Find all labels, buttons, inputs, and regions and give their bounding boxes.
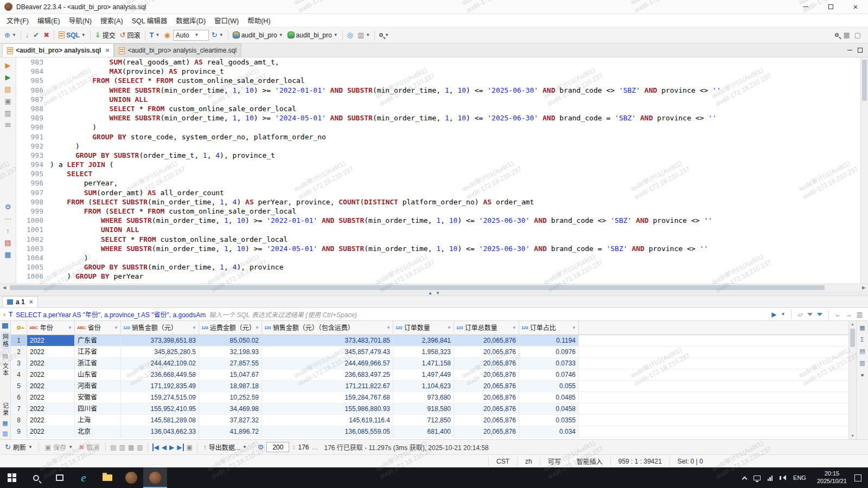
overflow-icon[interactable]: … xyxy=(311,444,318,451)
explain-icon[interactable]: ▥ xyxy=(4,110,11,117)
grid-cell[interactable]: 37,827.32 xyxy=(199,415,262,426)
grid-cell[interactable]: 1,497,449 xyxy=(393,369,454,381)
scroll-right-icon[interactable]: ▶ xyxy=(859,285,868,290)
grid-cell[interactable]: 973,680 xyxy=(393,392,454,403)
grid-cell[interactable]: 20,065,876 xyxy=(454,335,519,346)
refresh-button[interactable]: ↻刷新▼ xyxy=(3,441,34,453)
fetch-all-icon[interactable]: ↕ xyxy=(292,444,295,451)
grid-cell[interactable]: 85,050.02 xyxy=(199,335,262,346)
language-indicator[interactable]: ENG xyxy=(793,474,806,481)
volume-tray-icon[interactable] xyxy=(780,475,786,480)
grid-cell[interactable]: 2022 xyxy=(27,346,75,358)
grid-cell[interactable]: 712,850 xyxy=(393,415,454,426)
panel-refs-icon[interactable]: ▥ xyxy=(859,359,865,367)
row-number[interactable]: 1 xyxy=(11,335,27,346)
grid-cell[interactable]: 2,396,841 xyxy=(393,335,454,346)
grid-cell[interactable]: 136,043,662.33 xyxy=(121,426,199,438)
schema-selector[interactable]: audit_bi_pro▼ xyxy=(286,29,340,42)
edit-row-icon[interactable]: ▧ xyxy=(137,444,143,451)
next-page-icon[interactable]: ▶ xyxy=(169,444,174,451)
grid-cell[interactable]: 1,958,323 xyxy=(393,346,454,358)
grid-cell[interactable]: 18,987.18 xyxy=(199,381,262,392)
grid-cell[interactable]: 0.0746 xyxy=(519,369,579,381)
perspective-icon[interactable]: ▦ xyxy=(843,31,850,38)
results-tab-close-icon[interactable]: × xyxy=(29,298,33,306)
focus-row-icon[interactable]: ▣ xyxy=(187,444,193,451)
grid-cell[interactable]: 20,065,876 xyxy=(454,403,519,415)
grid-cell[interactable]: 0.0485 xyxy=(519,392,579,403)
grid-cell[interactable]: 373,398,651.83 xyxy=(121,335,199,346)
column-header[interactable]: 123订单数量▼ xyxy=(393,321,454,335)
column-header[interactable]: ABC年份▼ xyxy=(27,321,75,335)
row-number[interactable]: 6 xyxy=(11,392,27,403)
grid-cell[interactable]: 2022 xyxy=(27,381,75,392)
scroll-left-icon[interactable]: ◀ xyxy=(0,285,9,290)
filter-bar[interactable]: ‹ T SELECT a.perYear AS "年份", a.province… xyxy=(0,308,868,321)
row-number[interactable]: 2 xyxy=(11,346,27,358)
tray-expand-icon[interactable] xyxy=(742,476,747,481)
panel-preview-icon[interactable]: ● xyxy=(860,371,864,378)
rollback-button[interactable]: ↺回滚 xyxy=(118,29,142,42)
column-filter-icon[interactable]: ▼ xyxy=(192,321,196,335)
grid-cell[interactable]: 0.0355 xyxy=(519,415,579,426)
menu-item[interactable]: 帮助(H) xyxy=(243,14,275,27)
sql-editor-button[interactable]: SQL▼ xyxy=(57,29,87,42)
grid-cell[interactable]: 0.034 xyxy=(519,426,579,438)
column-header[interactable]: 123运费金额（元）▼ xyxy=(199,321,262,335)
grid-cell[interactable]: 918,580 xyxy=(393,403,454,415)
minimize-view-icon[interactable] xyxy=(847,50,852,50)
grid-cell[interactable]: 171,192,835.49 xyxy=(121,381,199,392)
grid-cell[interactable]: 2022 xyxy=(27,358,75,369)
delete-row-icon[interactable]: ▦ xyxy=(128,444,134,451)
grid-cell[interactable]: 20,065,876 xyxy=(454,415,519,426)
grid-vertical-scrollbar[interactable]: ▲ ▼ xyxy=(848,321,856,439)
doc-grid-icon[interactable]: ▦ xyxy=(4,251,11,258)
more-icon[interactable]: ⋯ xyxy=(4,215,11,222)
grid-cell[interactable]: 上海 xyxy=(75,415,121,426)
menu-item[interactable]: 导航(N) xyxy=(65,14,96,27)
dbeaver-taskbar-icon-active[interactable] xyxy=(143,467,167,488)
grid-cell[interactable]: 20,065,876 xyxy=(454,369,519,381)
last-page-icon[interactable]: ▶ xyxy=(177,444,183,451)
view-tab-grid[interactable]: 网格 xyxy=(1,332,10,349)
column-header[interactable]: 123销售金额（元）▼ xyxy=(121,321,199,335)
grid-cell[interactable]: 244,442,109.02 xyxy=(121,358,199,369)
row-number[interactable]: 8 xyxy=(11,415,27,426)
filter-input[interactable]: 输入一个 SQL 表达式来过滤结果 (使用 Ctrl+Space) xyxy=(209,310,768,319)
grid-cell[interactable]: 0.0458 xyxy=(519,403,579,415)
grid-cell[interactable]: 20,065,876 xyxy=(454,346,519,358)
grid-cell[interactable]: 236,668,449.58 xyxy=(121,369,199,381)
grid-cell[interactable]: 0.1194 xyxy=(519,335,579,346)
filter-settings-icon[interactable] xyxy=(807,313,813,316)
grid-cell[interactable]: 32,198.93 xyxy=(199,346,262,358)
row-number[interactable]: 3 xyxy=(11,358,27,369)
view-tab-text[interactable]: 文本 xyxy=(1,363,10,377)
grid-cell[interactable]: 681,400 xyxy=(393,426,454,438)
grid-cell[interactable]: 0.055 xyxy=(519,381,579,392)
grid-cell[interactable]: 2022 xyxy=(27,335,75,346)
editor-vertical-scrollbar[interactable] xyxy=(860,57,868,284)
duplicate-row-icon[interactable]: ▥ xyxy=(119,444,125,451)
search-dropdown-button[interactable]: ▼ xyxy=(378,29,391,42)
menu-item[interactable]: 数据库(D) xyxy=(171,14,210,27)
connection-selector[interactable]: audit_bi_pro▼ xyxy=(231,29,285,42)
task-view-icon[interactable] xyxy=(48,467,72,488)
column-header[interactable]: 123销售金额（元）（包含运费）▼ xyxy=(262,321,393,335)
text-view-icon[interactable]: ▤ xyxy=(2,352,8,359)
grid-cell[interactable]: 四川省 xyxy=(75,403,121,415)
grid-cell[interactable]: 20,065,876 xyxy=(454,381,519,392)
grid-cell[interactable]: 1,471,158 xyxy=(393,358,454,369)
results-tab[interactable]: a 1 × xyxy=(2,296,38,307)
grid-cell[interactable]: 山东省 xyxy=(75,369,121,381)
column-filter-icon[interactable]: ▼ xyxy=(114,321,118,335)
grid-cell[interactable]: 20,065,876 xyxy=(454,392,519,403)
history-forward-icon[interactable]: → xyxy=(846,311,852,318)
row-number[interactable]: 7 xyxy=(11,403,27,415)
menu-item[interactable]: 窗口(W) xyxy=(210,14,243,27)
panel-grid-icon[interactable]: ▦ xyxy=(859,324,865,331)
column-header[interactable]: 123订单总数量▼ xyxy=(454,321,519,335)
grid-cell[interactable]: 安徽省 xyxy=(75,392,121,403)
panel-toggle-icon[interactable]: ▥ xyxy=(857,311,863,318)
grid-cell[interactable]: 20,065,876 xyxy=(454,426,519,438)
apply-filter-icon[interactable]: ▶ xyxy=(771,311,776,318)
